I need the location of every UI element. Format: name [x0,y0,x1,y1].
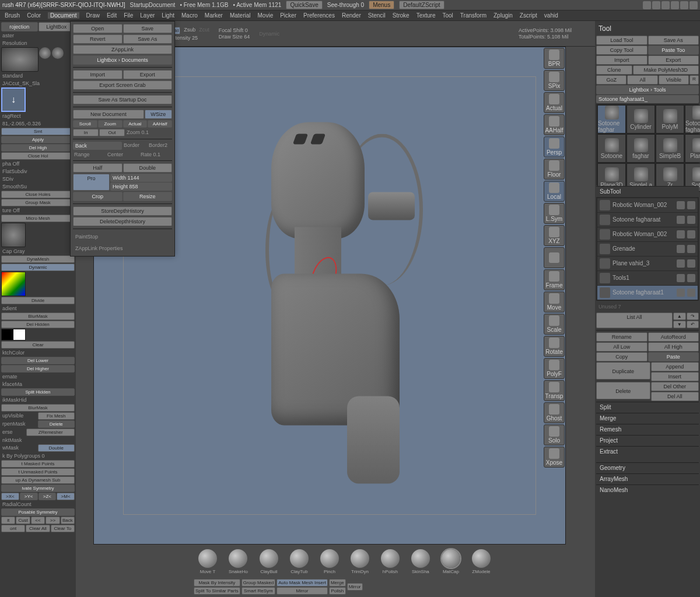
export-screen-grab-button[interactable]: Export Screen Grab [73,80,172,90]
remesh-section[interactable]: Remesh [596,424,699,434]
paste-button[interactable]: Paste [648,352,699,361]
tool-item[interactable]: Sotoone faghar [685,105,700,134]
project-section[interactable]: Project [596,435,699,445]
y-sym-button[interactable]: >Y< [20,493,38,500]
layout-icon[interactable] [652,1,660,9]
width-field[interactable]: Width 1144 [110,174,172,182]
AAHalf-icon[interactable]: AAHalf [544,114,565,135]
smart-resym-button[interactable]: Smart ReSym [242,587,275,595]
focal-shift-label[interactable]: Focal Shift 0 [219,27,250,33]
aahalf-button[interactable]: AAHalf [148,120,172,128]
goz-button[interactable]: GoZ [596,75,626,85]
activate-symmetry-button[interactable]: ivate Symmetry [1,484,75,492]
menu-material[interactable]: Material [230,12,251,19]
copy-button[interactable]: Copy [596,352,648,361]
tool-item[interactable]: Plane3 [685,134,700,163]
prev-button[interactable]: << [31,517,45,524]
zcut-button[interactable]: Zcut [199,27,209,34]
all-low-button[interactable]: All Low [596,342,648,352]
load-tool-button[interactable]: Load Tool [596,36,648,45]
Rotate-icon[interactable]: Rotate [544,336,565,357]
append-button[interactable]: Append [651,362,699,371]
subtool-item[interactable]: Tools1 [597,271,698,285]
save-as-button[interactable]: Save As [648,36,699,45]
Local-icon[interactable]: Local [544,181,565,202]
mask-by-intensity-button[interactable]: Mask By Intensity [194,579,240,587]
export-button[interactable]: Export [648,55,699,65]
lightbox-tools-button[interactable]: Lightbox › Tools [596,85,699,94]
scroll-button[interactable]: Scroll [73,120,97,128]
close-holes-button[interactable]: Close Hol [1,152,75,160]
lightbox-button[interactable]: LightBox [38,22,75,31]
rename-button[interactable]: Rename [596,332,648,342]
fix-mesh-button[interactable]: Fix Mesh [38,412,75,420]
close-icon[interactable] [690,1,698,9]
menu-stencil[interactable]: Stencil [368,12,386,19]
zoom-button[interactable]: Zoom [98,120,123,128]
new-document-button[interactable]: New Document [73,110,144,119]
center-label[interactable]: Center [106,151,139,158]
z-sym-button[interactable]: >Z< [38,493,57,500]
wsize-button[interactable]: WSize [145,110,172,119]
blurmask-button[interactable]: BlurMask [1,404,75,412]
zapplink-button[interactable]: ZAppLink [73,45,172,54]
del-all-button[interactable]: Del All [651,392,699,401]
resize-button[interactable]: Resize [123,192,173,201]
del-high-button[interactable]: Del High [1,144,75,152]
make-polymesh-button[interactable]: Make PolyMesh3D [633,65,699,75]
back-field[interactable]: Back [73,142,122,150]
menu-transform[interactable]: Transform [460,12,487,19]
group-masked-button[interactable]: Group Masked [242,579,275,587]
menu-file[interactable]: File [124,12,133,19]
goz-visible-button[interactable]: Visible [659,75,689,85]
next-button[interactable]: >> [46,517,60,524]
zoom-in-button[interactable]: In [73,129,99,136]
copy-tool-button[interactable]: Copy Tool [596,45,648,55]
Transp-icon[interactable]: Transp [544,380,565,401]
m-sym-button[interactable]: >M< [57,493,75,500]
brush-matcap[interactable]: MatCap [442,549,460,574]
clear-to-button[interactable]: Clear To [51,525,75,532]
tool-item[interactable]: SimpleB [656,134,684,163]
group-mask-button[interactable]: Group Mask [1,199,75,206]
PolyF-icon[interactable]: PolyF [544,358,565,379]
delete-button[interactable]: Delete [38,420,75,428]
Move-icon[interactable]: Move [544,292,565,312]
dynamesh-sub-button[interactable]: up As Dynamesh Sub [1,476,75,484]
save-button[interactable]: Save [123,24,173,33]
menu-vahid[interactable]: vahid [544,12,558,19]
mirror2-button[interactable]: Mirror [347,583,363,591]
menu-layer[interactable]: Layer [140,12,155,19]
menu-edit[interactable]: Edit [107,12,117,19]
merge-section[interactable]: Merge [596,413,699,423]
viewport-icon[interactable] [544,247,565,268]
dynamic-button[interactable]: Dynamic [1,264,75,271]
zsub-button[interactable]: Zsub [184,27,195,34]
Frame-icon[interactable]: Frame [544,269,565,290]
delete-depth-button[interactable]: DeleteDepthHistory [73,217,172,226]
quicksave-button[interactable]: QuickSave [286,1,322,9]
brush-zmodele[interactable]: ZModele [472,549,491,574]
tool-item[interactable]: Sotoone faghar [597,105,626,134]
del-lower-button[interactable]: Del Lower [1,357,75,364]
dynamesh-button[interactable]: DynaMesh [1,255,75,263]
split-hidden-button[interactable]: Split Hidden [1,388,75,396]
XYZ-icon[interactable]: XYZ [544,225,565,246]
smt-button[interactable]: Smt [1,128,75,135]
del-higher-button[interactable]: Del Higher [1,365,75,373]
list-all-button[interactable]: List All [596,312,673,328]
clear-all-button[interactable]: Clear All [26,525,50,532]
material-ball-icon[interactable] [52,47,64,59]
zremesher-button[interactable]: ZRemesher [26,429,75,436]
cust-button[interactable]: Cust [16,517,30,524]
menu-zplugin[interactable]: Zplugin [494,12,513,19]
menu-draw[interactable]: Draw [86,12,100,19]
menu-color[interactable]: Color [27,12,41,19]
apply-button[interactable]: Apply [1,136,75,143]
del-hidden-button[interactable]: Del Hidden [1,321,75,328]
revert-button[interactable]: Revert [73,34,123,44]
store-depth-button[interactable]: StoreDepthHistory [73,206,172,216]
blurmask-button[interactable]: BlurMask [1,312,75,320]
subtool-item[interactable]: Grenade [597,242,698,256]
menu-render[interactable]: Render [342,12,361,19]
